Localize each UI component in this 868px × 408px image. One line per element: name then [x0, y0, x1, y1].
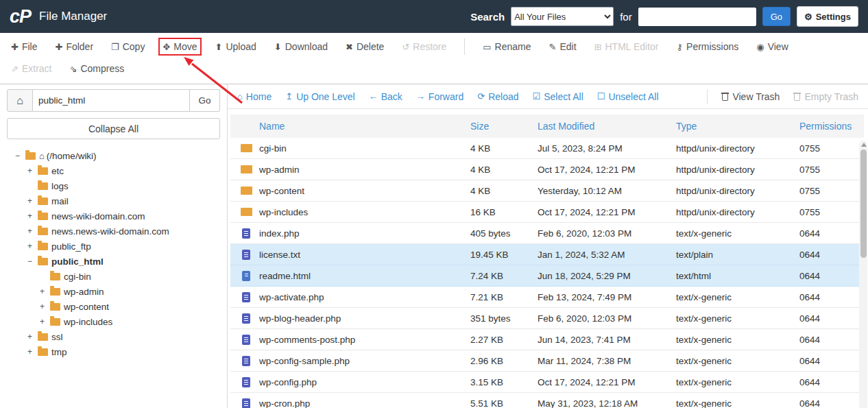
- tree-item-tmp[interactable]: +tmp: [7, 344, 220, 359]
- file-manager-main: ⌂Home↥Up One Level←Back→Forward⟳Reload☑S…: [228, 84, 868, 408]
- toolbar-restore-label: Restore: [413, 41, 446, 52]
- toolbar-view-button[interactable]: ◉View: [752, 38, 792, 56]
- scroll-up-arrow-icon[interactable]: [861, 143, 867, 147]
- expand-icon[interactable]: +: [27, 196, 38, 206]
- file-modified: Jul 5, 2023, 8:24 PM: [533, 143, 672, 154]
- folder-plus-icon: ✚: [55, 42, 62, 52]
- expand-icon[interactable]: +: [40, 317, 50, 326]
- folder-icon: [38, 167, 48, 175]
- column-header-name[interactable]: Name: [255, 121, 466, 132]
- nav-reload-button[interactable]: ⟳Reload: [477, 91, 518, 102]
- toolbar-copy-button[interactable]: ❐Copy: [107, 38, 149, 56]
- file-type: text/x-generic: [672, 313, 795, 324]
- toolbar-view-label: View: [768, 41, 788, 52]
- toolbar-delete-button[interactable]: ✖Delete: [341, 38, 388, 56]
- file-table-header: NameSizeLast ModifiedTypePermissions: [230, 115, 864, 138]
- expand-icon[interactable]: +: [27, 332, 38, 341]
- tree-item-etc[interactable]: +etc: [7, 163, 220, 178]
- tree-item-wp-content[interactable]: +wp-content: [7, 299, 220, 314]
- tree-item-cgi-bin[interactable]: cgi-bin: [7, 269, 220, 284]
- file-row-index-php[interactable]: index.php405 bytesFeb 6, 2020, 12:03 PMt…: [230, 223, 864, 244]
- file-size: 4 KB: [466, 143, 533, 154]
- search-scope-select[interactable]: All Your Files: [511, 7, 614, 26]
- vertical-scrollbar[interactable]: [859, 141, 867, 408]
- nav-view-trash-label: View Trash: [732, 91, 780, 102]
- nav-back-button[interactable]: ←Back: [369, 91, 402, 102]
- toolbar-download-button[interactable]: ⬇Download: [270, 38, 332, 56]
- tree-item-public-html[interactable]: −public_html: [7, 254, 220, 269]
- nav-forward-button[interactable]: →Forward: [416, 91, 463, 102]
- file-row-wp-config-php[interactable]: wp-config.php3.15 KBOct 17, 2024, 12:21 …: [230, 372, 864, 393]
- file-icon-cell: [230, 228, 255, 239]
- folder-icon: [241, 144, 252, 152]
- file-row-wp-admin[interactable]: wp-admin4 KBOct 17, 2024, 12:21 PMhttpd/…: [230, 159, 864, 180]
- file-row-wp-includes[interactable]: wp-includes16 KBOct 17, 2024, 12:21 PMht…: [230, 202, 864, 223]
- tree-item-label: (/home/wiki): [47, 151, 97, 161]
- toolbar-edit-button[interactable]: ✎Edit: [545, 38, 581, 56]
- expand-icon[interactable]: +: [27, 226, 38, 236]
- expand-icon[interactable]: +: [27, 166, 38, 176]
- toolbar-compress-button[interactable]: ⇘Compress: [65, 60, 128, 77]
- expand-icon[interactable]: +: [27, 211, 38, 221]
- tree-item-news-news-wiki-domain-com[interactable]: +news.news-wiki-domain.com: [7, 224, 220, 239]
- expand-icon[interactable]: +: [40, 287, 50, 296]
- for-label: for: [620, 11, 632, 23]
- column-header-last-modified[interactable]: Last Modified: [533, 121, 672, 132]
- expand-icon[interactable]: +: [27, 241, 38, 251]
- nav-home-button[interactable]: ⌂Home: [237, 91, 272, 102]
- file-row-wp-comments-post-php[interactable]: wp-comments-post.php2.27 KBJun 14, 2023,…: [230, 329, 864, 350]
- toolbar-folder-button[interactable]: ✚Folder: [51, 38, 97, 56]
- file-row-wp-activate-php[interactable]: wp-activate.php7.21 KBFeb 13, 2024, 7:49…: [230, 287, 864, 308]
- nav-view-trash-button[interactable]: View Trash: [721, 91, 780, 102]
- settings-label: Settings: [816, 12, 851, 22]
- html-editor-icon: ⊞: [594, 42, 602, 52]
- file-row-readme-html[interactable]: readme.html7.24 KBJun 18, 2024, 5:29 PMt…: [230, 265, 864, 287]
- tree-item-mail[interactable]: +mail: [7, 193, 220, 208]
- expand-icon[interactable]: +: [27, 347, 38, 357]
- file-row-wp-blog-header-php[interactable]: wp-blog-header.php351 bytesFeb 6, 2020, …: [230, 308, 864, 329]
- search-input[interactable]: [638, 8, 756, 26]
- path-input[interactable]: [33, 89, 190, 112]
- tree-item-ssl[interactable]: +ssl: [7, 329, 220, 344]
- file-row-wp-content[interactable]: wp-content4 KBYesterday, 10:12 AMhttpd/u…: [230, 180, 864, 202]
- column-header-permissions[interactable]: Permissions: [795, 121, 864, 132]
- collapse-icon[interactable]: −: [27, 256, 38, 266]
- file-icon-cell: [230, 335, 255, 345]
- nav-up-one-level-button[interactable]: ↥Up One Level: [285, 91, 355, 102]
- file-row-wp-cron-php[interactable]: wp-cron.php5.51 KBMay 31, 2023, 12:18 AM…: [230, 393, 864, 408]
- tree-item-wp-admin[interactable]: +wp-admin: [7, 284, 220, 299]
- path-go-button[interactable]: Go: [190, 89, 220, 112]
- file-row-cgi-bin[interactable]: cgi-bin4 KBJul 5, 2023, 8:24 PMhttpd/uni…: [230, 138, 864, 159]
- toolbar-rename-button[interactable]: ▭Rename: [479, 38, 535, 56]
- search-go-button[interactable]: Go: [762, 7, 791, 26]
- expand-icon[interactable]: +: [40, 302, 50, 311]
- collapse-icon[interactable]: −: [15, 151, 25, 160]
- tree-item-wp-includes[interactable]: +wp-includes: [7, 314, 220, 329]
- file-row-wp-config-sample-php[interactable]: wp-config-sample.php2.96 KBMar 11, 2024,…: [230, 350, 864, 372]
- tree-item-public-ftp[interactable]: +public_ftp: [7, 239, 220, 254]
- column-header-type[interactable]: Type: [672, 121, 795, 132]
- tree-item-home-wiki[interactable]: −⌂(/home/wiki): [7, 148, 220, 163]
- toolbar-file-button[interactable]: ✚File: [7, 38, 41, 56]
- toolbar-move-button[interactable]: ✥Move: [158, 38, 201, 56]
- tree-item-logs[interactable]: logs: [7, 178, 220, 193]
- file-name: wp-comments-post.php: [255, 335, 466, 345]
- nav-unselect-all-button[interactable]: ☐Unselect All: [597, 91, 659, 102]
- file-row-license-txt[interactable]: license.txt19.45 KBJan 1, 2024, 5:32 AMt…: [230, 244, 864, 265]
- settings-button[interactable]: ⚙ Settings: [797, 6, 858, 27]
- file-perms: 0644: [795, 313, 864, 324]
- scrollbar-thumb[interactable]: [860, 149, 867, 258]
- toolbar-permissions-button[interactable]: ⚷Permissions: [673, 38, 743, 56]
- view-eye-icon: ◉: [756, 42, 764, 52]
- home-icon-button[interactable]: ⌂: [7, 89, 33, 112]
- folder-icon: [38, 213, 48, 220]
- toolbar-upload-button[interactable]: ⬆Upload: [211, 38, 261, 56]
- column-header-size[interactable]: Size: [466, 121, 533, 132]
- file-icon-cell: [230, 165, 255, 173]
- tree-item-label: mail: [51, 196, 69, 206]
- nav-select-all-button[interactable]: ☑Select All: [533, 91, 583, 102]
- collapse-all-button[interactable]: Collapse All: [7, 118, 220, 139]
- reload-icon: ⟳: [477, 91, 485, 101]
- nav-select-all-label: Select All: [544, 91, 583, 102]
- tree-item-news-wiki-domain-com[interactable]: +news-wiki-domain.com: [7, 208, 220, 224]
